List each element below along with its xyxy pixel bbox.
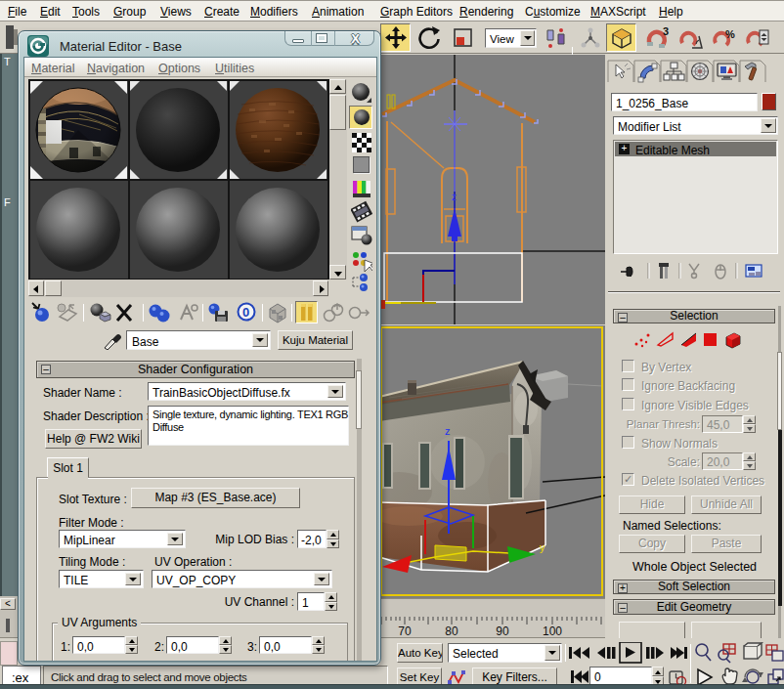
svg-text:90: 90	[496, 624, 509, 637]
svg-text:70: 70	[398, 624, 412, 637]
svg-text:z: z	[452, 192, 457, 202]
svg-text:%: %	[725, 28, 735, 40]
svg-text:0: 0	[242, 305, 249, 320]
svg-text:100: 100	[543, 624, 562, 637]
svg-text:80: 80	[445, 624, 458, 637]
svg-text:3: 3	[663, 26, 669, 37]
